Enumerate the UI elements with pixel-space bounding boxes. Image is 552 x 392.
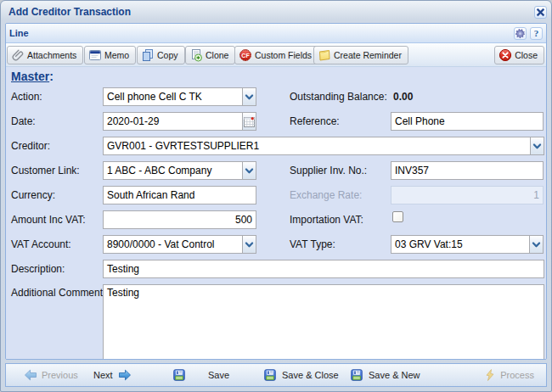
creditor-label: Creditor: xyxy=(11,140,50,152)
customer-link-label: Customer Link: xyxy=(11,165,80,176)
arrow-left-icon xyxy=(24,368,37,382)
customer-link-combo[interactable]: 1 ABC - ABC Company xyxy=(103,161,256,180)
additional-comment-label: Additional Comment: xyxy=(11,287,105,299)
amount-inc-vat-label: Amount Inc VAT: xyxy=(11,214,86,226)
save-icon xyxy=(172,368,186,382)
save-close-button[interactable]: Save & Close xyxy=(263,368,339,382)
vat-account-label: VAT Account: xyxy=(11,238,71,250)
chevron-down-icon xyxy=(243,90,256,104)
top-toolbar: Attachments Memo Copy Clone Custom Field… xyxy=(6,43,546,67)
close-button[interactable]: Close xyxy=(494,46,544,64)
chevron-down-icon xyxy=(243,238,256,251)
currency-label: Currency: xyxy=(11,189,55,201)
bottom-toolbar: Previous Next Save Save & Close Save & N… xyxy=(5,363,547,387)
save-button-label: Save xyxy=(208,370,229,380)
description-label: Description: xyxy=(11,263,65,275)
memo-button[interactable]: Memo xyxy=(84,46,136,64)
reminder-icon xyxy=(318,48,331,62)
customer-link-combo-value[interactable]: 1 ABC - ABC Company xyxy=(103,161,243,180)
date-field-value[interactable]: 2020-01-29 xyxy=(103,112,243,131)
custom-fields-button[interactable]: Custom Fields xyxy=(234,46,318,64)
line-panel-header: Line ? xyxy=(6,24,546,43)
vat-account-combo[interactable]: 8900/0000 - Vat Control xyxy=(103,235,256,254)
copy-button[interactable]: Copy xyxy=(137,46,185,64)
exchange-rate-label: Exchange Rate: xyxy=(290,189,362,201)
creditor-combo-value[interactable]: GVR001 - GVRTESTSUPPLIER1 xyxy=(103,137,531,155)
supplier-inv-no-input[interactable]: INV357 xyxy=(391,161,544,180)
chevron-down-icon xyxy=(243,164,256,177)
window-close-button[interactable] xyxy=(534,6,547,19)
supplier-inv-no-label: Supplier Inv. No.: xyxy=(290,165,367,176)
description-input[interactable]: Testing xyxy=(103,260,544,278)
clone-button[interactable]: Clone xyxy=(185,46,235,64)
process-button-label: Process xyxy=(500,370,534,380)
arrow-right-icon xyxy=(118,368,132,382)
vat-type-label: VAT Type: xyxy=(290,238,335,250)
calendar-icon xyxy=(243,115,256,128)
paperclip-icon xyxy=(11,48,25,62)
chevron-down-icon xyxy=(530,238,543,251)
exchange-rate-input: 1 xyxy=(391,186,544,204)
process-button[interactable]: Process xyxy=(483,368,534,382)
save-icon xyxy=(350,368,363,382)
reference-label: Reference: xyxy=(290,115,340,127)
master-heading-colon: : xyxy=(49,70,54,83)
window-titlebar[interactable]: Add Creditor Transaction xyxy=(1,1,551,23)
clone-icon xyxy=(189,48,203,62)
importation-vat-label: Importation VAT: xyxy=(290,214,363,226)
save-icon xyxy=(263,368,277,382)
panel-tools: ? xyxy=(514,27,543,40)
copy-icon xyxy=(141,48,155,62)
gear-icon xyxy=(515,27,526,40)
close-icon xyxy=(498,48,512,62)
action-combo-value[interactable]: Cell phone Cell C TK xyxy=(103,87,243,106)
master-heading: Master: xyxy=(11,70,54,83)
reference-input[interactable]: Cell Phone xyxy=(391,112,544,131)
customer-link-combo-trigger[interactable] xyxy=(242,161,256,180)
next-button[interactable]: Next xyxy=(93,368,132,382)
close-button-label: Close xyxy=(515,50,538,60)
importation-vat-checkbox[interactable] xyxy=(392,211,403,222)
save-close-button-label: Save & Close xyxy=(282,370,339,380)
date-picker-trigger[interactable] xyxy=(242,112,256,131)
previous-button-label: Previous xyxy=(42,370,78,380)
save-new-button-label: Save & New xyxy=(369,370,420,380)
vat-account-combo-value[interactable]: 8900/0000 - Vat Control xyxy=(103,235,243,254)
outstanding-balance-value: 0.00 xyxy=(393,87,413,106)
line-panel: Line ? Attachments Memo Copy xyxy=(5,23,547,360)
attachments-button[interactable]: Attachments xyxy=(7,46,83,64)
save-new-button[interactable]: Save & New xyxy=(350,368,420,382)
previous-button[interactable]: Previous xyxy=(24,368,78,382)
date-field[interactable]: 2020-01-29 xyxy=(103,112,256,131)
lightning-icon xyxy=(483,368,497,382)
memo-button-label: Memo xyxy=(104,50,129,60)
gear-tool-button[interactable] xyxy=(514,27,527,40)
add-creditor-transaction-window: Add Creditor Transaction Line ? Attachme… xyxy=(0,0,552,392)
chevron-down-icon xyxy=(531,139,544,153)
vat-type-combo-value[interactable]: 03 GRV Vat:15 xyxy=(391,235,530,254)
next-button-label: Next xyxy=(93,370,113,380)
currency-input[interactable]: South African Rand xyxy=(103,186,256,204)
action-combo[interactable]: Cell phone Cell C TK xyxy=(103,87,256,106)
creditor-combo-trigger[interactable] xyxy=(530,137,544,155)
action-label: Action: xyxy=(11,91,42,103)
line-panel-title: Line xyxy=(9,28,29,38)
amount-inc-vat-input[interactable]: 500 xyxy=(103,210,256,229)
save-button[interactable]: Save xyxy=(172,368,229,382)
custom-fields-icon xyxy=(239,48,252,62)
action-combo-trigger[interactable] xyxy=(242,87,256,106)
window-title: Add Creditor Transaction xyxy=(8,6,131,18)
attachments-button-label: Attachments xyxy=(27,50,76,60)
custom-fields-button-label: Custom Fields xyxy=(255,50,312,60)
vat-type-combo[interactable]: 03 GRV Vat:15 xyxy=(391,235,544,254)
close-icon xyxy=(536,8,545,17)
creditor-combo[interactable]: GVR001 - GVRTESTSUPPLIER1 xyxy=(103,137,544,155)
create-reminder-button[interactable]: Create Reminder xyxy=(313,46,408,64)
help-tool-button[interactable]: ? xyxy=(530,27,543,40)
vat-type-combo-trigger[interactable] xyxy=(529,235,544,254)
outstanding-balance-label: Outstanding Balance: xyxy=(290,91,387,103)
clone-button-label: Clone xyxy=(206,50,228,60)
vat-account-combo-trigger[interactable] xyxy=(242,235,256,254)
help-icon: ? xyxy=(534,29,539,38)
additional-comment-textarea[interactable]: Testing xyxy=(103,284,544,360)
